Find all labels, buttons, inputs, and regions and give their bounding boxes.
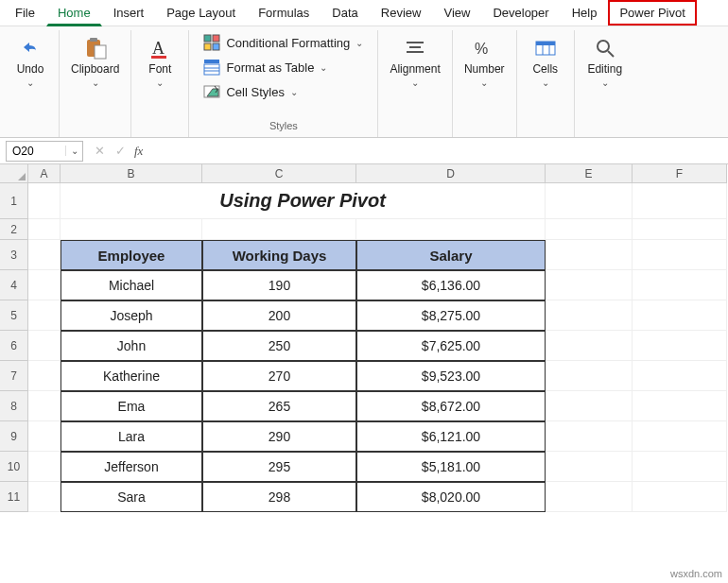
grid-cell[interactable] [28,331,61,361]
table-cell-employee[interactable]: Joseph [61,300,202,331]
name-box-input[interactable] [7,145,65,158]
table-cell-employee[interactable]: Michael [61,270,202,300]
table-cell-employee[interactable]: Sara [61,482,202,512]
grid-cell[interactable] [28,270,61,300]
grid-cell[interactable] [633,300,727,331]
grid-cell[interactable] [28,240,61,270]
grid-cell[interactable] [546,300,633,331]
grid-cell[interactable] [633,240,727,270]
table-cell-salary[interactable]: $6,121.00 [356,421,546,452]
table-cell-employee[interactable]: Katherine [61,361,202,391]
name-box-dropdown[interactable]: ⌄ [65,146,82,156]
table-cell-employee[interactable]: Ema [61,391,202,421]
table-cell-employee[interactable]: Jefferson [61,452,202,482]
row-header-7[interactable]: 7 [0,361,28,391]
grid-cell[interactable] [633,183,727,219]
grid-cell[interactable] [28,361,61,391]
undo-button[interactable]: Undo ⌄ [8,32,53,92]
menu-review[interactable]: Review [370,0,433,26]
grid-cell[interactable] [633,391,727,421]
grid-cell[interactable] [28,421,61,452]
grid-cell[interactable] [28,183,61,219]
grid-cell[interactable] [28,482,61,512]
table-cell-days[interactable]: 265 [202,391,356,421]
row-header-4[interactable]: 4 [0,270,28,300]
grid-cell[interactable] [633,421,727,452]
row-header-6[interactable]: 6 [0,331,28,361]
grid-cell[interactable] [28,391,61,421]
table-cell-days[interactable]: 298 [202,482,356,512]
menu-insert[interactable]: Insert [102,0,156,26]
grid-cell[interactable] [28,219,61,240]
menu-file[interactable]: File [4,0,46,26]
table-cell-salary[interactable]: $8,672.00 [356,391,546,421]
cell-styles-button[interactable]: Cell Styles ⌄ [199,81,301,102]
grid-cell[interactable] [633,361,727,391]
grid-cell[interactable] [546,331,633,361]
menu-power-pivot[interactable]: Power Pivot [608,0,696,26]
table-cell-salary[interactable]: $5,181.00 [356,452,546,482]
font-button[interactable]: A Font ⌄ [137,32,182,92]
col-header-B[interactable]: B [61,164,202,183]
grid-cell[interactable] [546,391,633,421]
grid-cell[interactable] [546,270,633,300]
table-header-employee[interactable]: Employee [61,240,202,270]
enter-formula-button[interactable]: ✓ [110,144,130,158]
table-cell-days[interactable]: 290 [202,421,356,452]
table-cell-employee[interactable]: Lara [61,421,202,452]
table-cell-days[interactable]: 270 [202,361,356,391]
table-cell-days[interactable]: 200 [202,300,356,331]
worksheet-grid[interactable]: A B C D E F 1Using Power Pivot23Employee… [0,164,728,512]
menu-home[interactable]: Home [46,0,102,26]
table-cell-days[interactable]: 190 [202,270,356,300]
grid-cell[interactable] [202,219,356,240]
col-header-D[interactable]: D [356,164,546,183]
cancel-formula-button[interactable]: ✕ [89,144,110,158]
clipboard-button[interactable]: Clipboard ⌄ [65,32,125,92]
grid-cell[interactable] [61,219,202,240]
conditional-formatting-button[interactable]: Conditional Formatting ⌄ [199,32,367,53]
grid-cell[interactable] [546,361,633,391]
alignment-button[interactable]: Alignment ⌄ [384,32,445,92]
grid-cell[interactable] [28,300,61,331]
menu-developer[interactable]: Developer [481,0,560,26]
title-cell[interactable]: Using Power Pivot [61,183,546,219]
table-cell-salary[interactable]: $8,020.00 [356,482,546,512]
menu-formulas[interactable]: Formulas [247,0,321,26]
row-header-10[interactable]: 10 [0,452,28,482]
table-cell-days[interactable]: 295 [202,452,356,482]
grid-cell[interactable] [546,219,633,240]
name-box[interactable]: ⌄ [6,141,83,162]
menu-page-layout[interactable]: Page Layout [155,0,247,26]
table-cell-days[interactable]: 250 [202,331,356,361]
row-header-5[interactable]: 5 [0,300,28,331]
fx-icon[interactable]: fx [130,144,147,159]
table-cell-salary[interactable]: $7,625.00 [356,331,546,361]
table-cell-salary[interactable]: $8,275.00 [356,300,546,331]
format-as-table-button[interactable]: Format as Table ⌄ [199,57,331,77]
grid-cell[interactable] [356,219,546,240]
grid-cell[interactable] [546,183,633,219]
row-header-9[interactable]: 9 [0,421,28,452]
cells-button[interactable]: Cells ⌄ [523,32,568,92]
menu-view[interactable]: View [432,0,481,26]
grid-cell[interactable] [546,452,633,482]
editing-button[interactable]: Editing ⌄ [581,32,628,92]
grid-cell[interactable] [633,452,727,482]
formula-input[interactable] [147,145,728,158]
col-header-A[interactable]: A [28,164,61,183]
table-cell-employee[interactable]: John [61,331,202,361]
grid-cell[interactable] [546,421,633,452]
col-header-E[interactable]: E [546,164,633,183]
row-header-1[interactable]: 1 [0,183,28,219]
number-button[interactable]: % Number ⌄ [459,32,511,92]
table-header-working-days[interactable]: Working Days [202,240,356,270]
menu-help[interactable]: Help [561,0,609,26]
grid-cell[interactable] [633,331,727,361]
menu-data[interactable]: Data [321,0,369,26]
grid-cell[interactable] [28,452,61,482]
row-header-3[interactable]: 3 [0,240,28,270]
col-header-F[interactable]: F [633,164,727,183]
grid-cell[interactable] [546,240,633,270]
table-header-salary[interactable]: Salary [356,240,546,270]
